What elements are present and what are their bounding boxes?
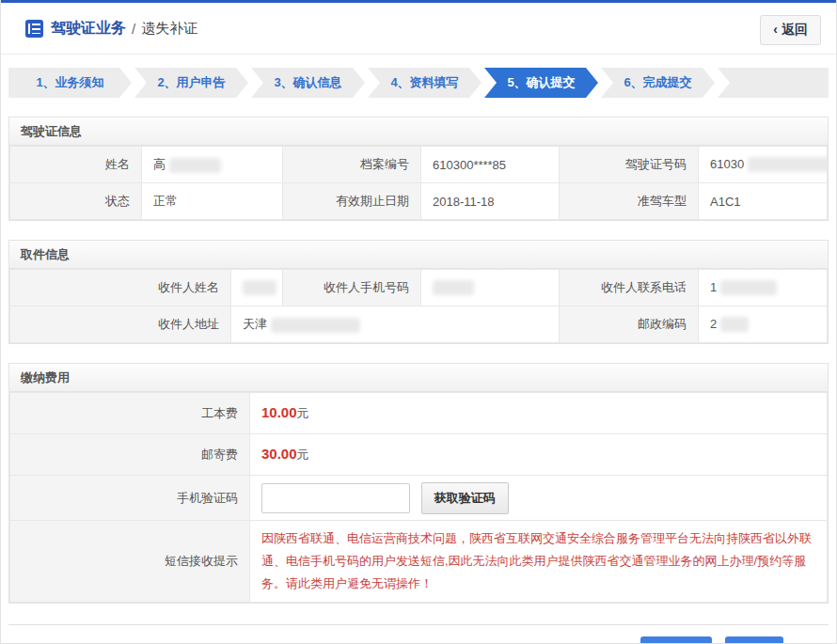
currency-unit: 元	[297, 448, 309, 462]
back-button[interactable]: ‹返回	[760, 15, 821, 45]
footer-actions: 上一步 完成	[8, 624, 829, 644]
table-row: 收件人地址 天津 邮政编码 2	[10, 306, 828, 343]
fees-section-title: 缴纳费用	[9, 364, 828, 392]
recipient-name-value	[231, 270, 283, 306]
production-fee-label: 工本费	[10, 393, 250, 434]
table-row: 手机验证码 获取验证码	[10, 476, 828, 521]
redaction	[720, 280, 777, 295]
table-row: 工本费 10.00元	[10, 393, 828, 434]
status-label: 状态	[10, 183, 142, 220]
get-code-button[interactable]: 获取验证码	[421, 482, 509, 514]
postage-fee-amount: 30.00	[261, 446, 297, 462]
pickup-section-title: 取件信息	[9, 241, 828, 269]
page-subtitle: 遗失补证	[141, 20, 197, 38]
recipient-mobile-label: 收件人手机号码	[283, 270, 421, 306]
recipient-address-label: 收件人地址	[10, 306, 231, 343]
chevron-left-icon: ‹	[773, 22, 778, 37]
sms-notice-text: 因陕西省联通、电信运营商技术问题，陕西省互联网交通安全综合服务管理平台无法向持陕…	[250, 521, 828, 603]
file-number-value: 610300****85	[421, 147, 560, 183]
page-header: 驾驶证业务 / 遗失补证 ‹返回	[1, 3, 836, 55]
file-number-label: 档案编号	[283, 147, 421, 183]
page-title: 驾驶证业务	[51, 19, 126, 39]
step-1-business-notice[interactable]: 1、业务须知	[8, 68, 132, 98]
recipient-phone-value: 1	[699, 270, 828, 306]
page: 驾驶证业务 / 遗失补证 ‹返回 1、业务须知 2、用户申告 3、确认信息 4、…	[0, 0, 837, 644]
recipient-name-label: 收件人姓名	[10, 270, 231, 306]
license-number-label: 驾驶证号码	[560, 147, 699, 183]
table-row: 收件人姓名 收件人手机号码 收件人联系电话 1	[10, 270, 828, 306]
fees-table: 工本费 10.00元 邮寄费 30.00元 手机验证码 获取验证码 短信接收提示…	[9, 392, 828, 603]
production-fee-amount: 10.00	[261, 404, 297, 420]
redaction	[169, 158, 221, 173]
name-label: 姓名	[10, 147, 142, 183]
postcode-label: 邮政编码	[560, 306, 699, 343]
step-3-confirm-info[interactable]: 3、确认信息	[251, 68, 365, 98]
sms-code-label: 手机验证码	[10, 476, 250, 521]
sms-code-input[interactable]	[261, 483, 410, 513]
step-bar-filler	[718, 68, 829, 98]
finish-button[interactable]: 完成	[725, 636, 783, 644]
redaction	[433, 280, 474, 295]
license-number-value: 61030	[699, 147, 828, 183]
production-fee-value: 10.00元	[250, 393, 828, 434]
vehicle-class-value: A1C1	[699, 183, 828, 220]
table-row: 状态 正常 有效期止日期 2018-11-18 准驾车型 A1C1	[10, 183, 828, 220]
license-info-table: 姓名 高 档案编号 610300****85 驾驶证号码 61030 状态 正常…	[9, 146, 828, 220]
back-button-label: 返回	[782, 22, 808, 37]
license-info-section: 驾驶证信息 姓名 高 档案编号 610300****85 驾驶证号码 61030…	[8, 117, 829, 221]
sms-code-cell: 获取验证码	[250, 476, 828, 521]
step-4-fill-data[interactable]: 4、资料填写	[368, 68, 482, 98]
step-wizard: 1、业务须知 2、用户申告 3、确认信息 4、资料填写 5、确认提交 6、完成提…	[8, 68, 829, 98]
expiry-date-value: 2018-11-18	[421, 183, 560, 220]
currency-unit: 元	[297, 406, 309, 420]
redaction	[243, 280, 276, 295]
pickup-info-table: 收件人姓名 收件人手机号码 收件人联系电话 1 收件人地址 天津 邮政编码 2	[9, 269, 828, 343]
fees-section: 缴纳费用 工本费 10.00元 邮寄费 30.00元 手机验证码 获取验证码 短…	[8, 363, 829, 604]
redaction	[720, 317, 749, 332]
license-service-icon	[25, 20, 43, 38]
vehicle-class-label: 准驾车型	[560, 183, 699, 220]
recipient-mobile-value	[421, 270, 560, 306]
redaction	[271, 318, 360, 333]
pickup-info-section: 取件信息 收件人姓名 收件人手机号码 收件人联系电话 1 收件人地址 天津 邮政…	[8, 240, 829, 344]
postcode-value: 2	[699, 306, 828, 343]
recipient-phone-label: 收件人联系电话	[560, 270, 699, 306]
previous-step-button[interactable]: 上一步	[640, 636, 712, 644]
title-separator: /	[132, 21, 135, 37]
status-value: 正常	[142, 183, 283, 220]
postage-fee-value: 30.00元	[250, 434, 828, 476]
expiry-date-label: 有效期止日期	[283, 183, 421, 220]
redaction	[748, 157, 827, 172]
step-5-confirm-submit[interactable]: 5、确认提交	[484, 68, 598, 98]
license-section-title: 驾驶证信息	[9, 118, 828, 146]
table-row: 邮寄费 30.00元	[10, 434, 828, 476]
recipient-address-value: 天津	[231, 306, 560, 343]
postage-fee-label: 邮寄费	[10, 434, 250, 476]
table-row: 短信接收提示 因陕西省联通、电信运营商技术问题，陕西省互联网交通安全综合服务管理…	[10, 521, 828, 603]
step-2-user-declaration[interactable]: 2、用户申告	[134, 68, 248, 98]
step-6-complete-submit[interactable]: 6、完成提交	[601, 68, 715, 98]
table-row: 姓名 高 档案编号 610300****85 驾驶证号码 61030	[10, 147, 828, 183]
name-value: 高	[142, 147, 283, 183]
sms-notice-label: 短信接收提示	[10, 521, 250, 603]
